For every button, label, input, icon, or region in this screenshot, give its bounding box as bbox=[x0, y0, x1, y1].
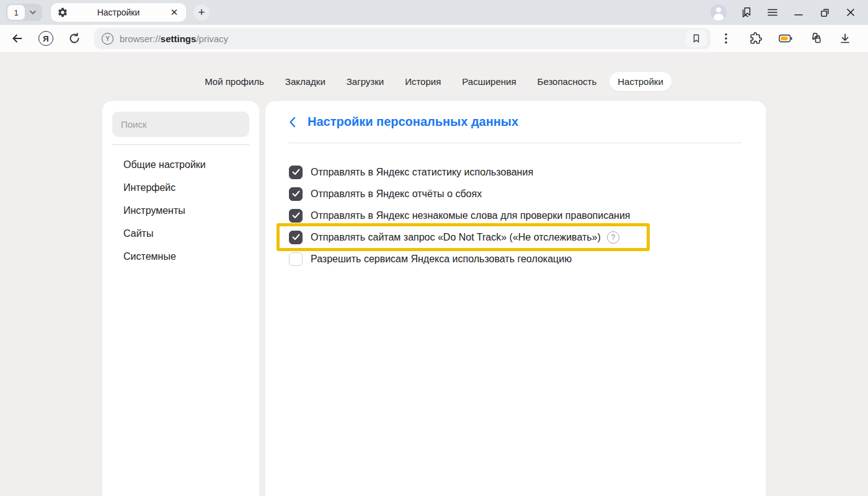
help-icon[interactable]: ? bbox=[607, 231, 619, 244]
sidebar-divider bbox=[112, 144, 249, 145]
nav-tab-security[interactable]: Безопасность bbox=[529, 72, 605, 91]
sidebar-item-sites[interactable]: Сайты bbox=[102, 222, 259, 245]
url-text: browser://settings/privacy bbox=[120, 33, 228, 44]
menu-hamburger-icon[interactable] bbox=[766, 6, 779, 19]
checkbox-crash-reports[interactable] bbox=[289, 187, 303, 201]
sidebar-item-general[interactable]: Общие настройки bbox=[102, 153, 259, 176]
checkbox-label: Разрешить сервисам Яндекса использовать … bbox=[311, 254, 572, 265]
section-back-icon[interactable] bbox=[289, 115, 299, 129]
extensions-puzzle-icon[interactable] bbox=[749, 32, 763, 45]
nav-tab-settings[interactable]: Настройки bbox=[609, 72, 671, 91]
new-tab-button[interactable]: + bbox=[193, 4, 210, 20]
browser-window: 1 Настройки ✕ + bbox=[0, 0, 868, 496]
page-title: Настройки персональных данных bbox=[308, 115, 518, 129]
bookmark-page-icon[interactable] bbox=[686, 30, 707, 47]
address-bar[interactable]: Y browser://settings/privacy bbox=[94, 28, 711, 49]
kebab-menu-icon[interactable] bbox=[719, 32, 733, 45]
sidebar-item-system[interactable]: Системные bbox=[102, 245, 259, 268]
checkbox-row-crash-reports[interactable]: Отправлять в Яндекс отчёты о сбоях bbox=[265, 183, 766, 205]
tab-group-control: 1 bbox=[6, 4, 42, 21]
address-toolbar: Я Y browser://settings/privacy bbox=[0, 25, 868, 52]
checkbox-label: Отправлять в Яндекс отчёты о сбоях bbox=[311, 188, 482, 200]
url-suffix: /privacy bbox=[196, 33, 228, 44]
nav-tab-downloads[interactable]: Загрузки bbox=[339, 72, 392, 91]
privacy-settings-panel: Настройки персональных данных Отправлять… bbox=[265, 101, 766, 496]
settings-gear-icon bbox=[57, 7, 68, 18]
tab-title: Настройки bbox=[68, 7, 169, 17]
checkbox-label: Отправлять сайтам запрос «Do Not Track» … bbox=[311, 232, 601, 243]
settings-page: Мой профиль Закладки Загрузки История Ра… bbox=[0, 52, 868, 496]
checkbox-list: Отправлять в Яндекс статистику использов… bbox=[265, 161, 766, 270]
tab-count-badge[interactable]: 1 bbox=[7, 5, 25, 20]
checkbox-label: Отправлять в Яндекс статистику использов… bbox=[311, 167, 533, 178]
do-not-track-highlight-box: Отправлять сайтам запрос «Do Not Track» … bbox=[277, 223, 650, 251]
close-window-icon[interactable] bbox=[844, 6, 857, 19]
avatar-head bbox=[716, 7, 721, 12]
settings-sidebar: Общие настройки Интерфейс Инструменты Са… bbox=[102, 101, 259, 496]
checkbox-usage-stats[interactable] bbox=[289, 166, 303, 179]
nav-tab-bookmarks[interactable]: Закладки bbox=[277, 72, 334, 91]
checkbox-spellcheck-words[interactable] bbox=[289, 209, 303, 223]
yandex-logo[interactable]: Я bbox=[38, 31, 53, 46]
passwords-key-icon[interactable] bbox=[808, 32, 822, 45]
header-divider bbox=[289, 143, 742, 143]
avatar-body bbox=[714, 14, 724, 20]
sidebar-item-tools[interactable]: Инструменты bbox=[102, 199, 259, 222]
tab-bar: 1 Настройки ✕ + bbox=[0, 0, 868, 25]
back-icon[interactable] bbox=[9, 30, 26, 47]
battery-saver-icon[interactable] bbox=[779, 32, 792, 45]
active-tab[interactable]: Настройки ✕ bbox=[51, 3, 186, 22]
minimize-icon[interactable] bbox=[792, 6, 805, 19]
checkbox-row-geolocation[interactable]: Разрешить сервисам Яндекса использовать … bbox=[265, 248, 766, 270]
url-highlight: settings bbox=[161, 33, 197, 44]
tab-close-icon[interactable]: ✕ bbox=[169, 7, 180, 18]
checkbox-row-do-not-track[interactable]: Отправлять сайтам запрос «Do Not Track» … bbox=[280, 226, 647, 248]
checkbox-geolocation[interactable] bbox=[289, 252, 303, 266]
url-prefix: browser:// bbox=[120, 33, 161, 44]
reload-icon[interactable] bbox=[66, 30, 83, 47]
tab-list-chevron-down-icon[interactable] bbox=[25, 5, 41, 20]
settings-top-nav: Мой профиль Закладки Загрузки История Ра… bbox=[0, 72, 868, 91]
sidebar-item-interface[interactable]: Интерфейс bbox=[102, 176, 259, 199]
nav-tab-profile[interactable]: Мой профиль bbox=[197, 72, 272, 91]
profile-avatar[interactable] bbox=[711, 4, 727, 20]
side-panels-icon[interactable] bbox=[740, 6, 753, 19]
downloads-icon[interactable] bbox=[838, 32, 852, 45]
checkbox-do-not-track[interactable] bbox=[289, 231, 303, 244]
search-input[interactable] bbox=[112, 112, 249, 137]
checkbox-label: Отправлять в Яндекс незнакомые слова для… bbox=[311, 210, 630, 221]
checkbox-row-usage-stats[interactable]: Отправлять в Яндекс статистику использов… bbox=[265, 161, 766, 183]
restore-window-icon[interactable] bbox=[818, 6, 831, 19]
nav-tab-extensions[interactable]: Расширения bbox=[454, 72, 524, 91]
nav-tab-history[interactable]: История bbox=[397, 72, 449, 91]
browser-protocol-icon: Y bbox=[102, 33, 113, 45]
